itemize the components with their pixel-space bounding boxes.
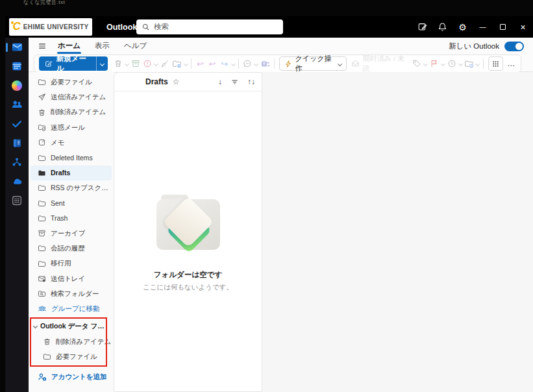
close-button[interactable]: × [513,16,533,38]
folder-item[interactable]: 検索フォルダー [29,286,114,301]
loop-chat-dropdown[interactable] [254,56,259,71]
go-to-groups-link[interactable]: グループに移動 [29,301,114,316]
folder-item[interactable]: 送信トレイ [29,271,114,286]
rail-notebook-button[interactable] [5,134,29,153]
forward-dropdown[interactable] [230,56,236,71]
apps-button[interactable] [488,56,502,71]
rail-onedrive-button[interactable] [5,172,29,191]
delete-dropdown[interactable] [124,56,129,71]
rail-mail-button[interactable] [5,38,29,57]
rail-calendar-button[interactable] [5,57,29,77]
minimize-button[interactable]: — [473,16,493,38]
folder-item[interactable]: Trash [29,211,114,226]
org-chart-icon [11,156,23,168]
sort-button[interactable]: ↑↓ [247,77,255,86]
settings-button[interactable]: ⚙ [452,16,473,38]
select-arrow-button[interactable]: ↓ [218,77,222,86]
chevron-down-icon [33,324,38,328]
move-to-button[interactable] [171,56,183,71]
quick-steps-button[interactable]: クイック操作 [279,56,347,71]
search-input[interactable]: 検索 [136,19,283,34]
rail-todo-button[interactable] [5,114,29,134]
folder-item[interactable]: 会話の履歴 [29,241,114,256]
flag-button[interactable] [428,56,440,71]
folder-icon [38,78,46,86]
read-unread-button[interactable]: 開封済み / 未読 [351,54,408,73]
folder-item-selected[interactable]: Drafts [31,165,112,180]
search-folder-icon [38,289,46,298]
folder-item[interactable]: 削除済みアイテム [29,334,114,349]
rail-people-button[interactable] [5,95,29,115]
more-options-button[interactable]: … [505,56,518,71]
new-mail-button[interactable]: 新規メール [39,56,108,71]
reply-all-button[interactable]: ↩ [206,56,219,71]
outbox-icon [38,275,46,283]
close-icon: × [520,23,525,32]
data-file-section-header[interactable]: Outlook データ ファイル [29,319,114,334]
report-dropdown[interactable] [153,56,158,71]
empty-state: フォルダーは空です ここには何もないようです。 [114,195,262,292]
trash-icon [43,337,51,346]
folder-item[interactable]: 移行用 [29,256,114,271]
rules-dropdown[interactable] [475,56,480,71]
folder-item[interactable]: アーカイブ [29,226,114,241]
rail-more-apps-button[interactable] [5,191,29,210]
tab-home[interactable]: ホーム [52,40,86,53]
categorize-dropdown[interactable] [423,56,428,71]
university-logo: C EHIME UNIVERSITY [9,18,92,36]
folder-item[interactable]: 必要ファイル [29,349,114,364]
titlebar: C EHIME UNIVERSITY Outlook 検索 ⚙ — × [5,16,533,38]
forward-icon: ↪ [221,59,228,69]
favorite-star-icon[interactable]: ☆ [173,77,180,86]
note-icon [38,138,46,147]
folder-rules-icon [464,59,474,69]
rail-org-button[interactable] [5,153,29,172]
folder-item[interactable]: Deleted Items [29,150,114,165]
loop-chat-button[interactable] [242,56,254,71]
hamburger-menu-button[interactable] [35,40,49,52]
rail-copilot-button[interactable] [5,76,29,95]
folder-item[interactable]: メモ [29,135,114,150]
forward-button[interactable]: ↪ [218,56,230,71]
folder-icon [38,199,46,208]
rules-button[interactable] [463,56,475,71]
tab-view[interactable]: 表示 [89,40,116,53]
notifications-button[interactable] [432,16,452,38]
categorize-button[interactable] [410,56,423,71]
new-outlook-toggle[interactable] [504,42,524,51]
maximize-button[interactable] [493,16,513,38]
reading-pane [262,72,533,392]
search-placeholder: 検索 [154,22,169,32]
folder-item[interactable]: Sent [29,195,114,210]
archive-button[interactable] [129,56,142,71]
snooze-button[interactable] [445,56,458,71]
add-account-button[interactable]: アカウントを追加 [29,370,114,385]
sweep-icon [160,59,169,68]
desktop-icon-label: なくな完璧音.txt [23,0,65,6]
notes-button[interactable] [412,16,432,38]
report-button[interactable] [142,56,154,71]
flag-dropdown[interactable] [440,56,445,71]
sweep-button[interactable] [159,56,171,71]
tag-icon [412,59,421,68]
new-mail-label: 新規メール [56,56,91,71]
ribbon: ホーム 表示 ヘルプ 新しい Outlook 新規メール [29,38,533,72]
folder-item[interactable]: 削除済みアイテム [29,105,114,120]
folder-item[interactable]: RSS のサブスクリプシ… [29,180,114,195]
new-outlook-label: 新しい Outlook [449,42,499,51]
snooze-dropdown[interactable] [458,56,463,71]
filter-button[interactable] [230,78,239,86]
reply-all-icon: ↩ [209,59,216,69]
folder-item[interactable]: 必要ファイル [29,75,114,90]
folder-item[interactable]: 送信済みアイテム [29,90,114,104]
reply-button[interactable]: ↩ [194,56,206,71]
filter-icon [230,78,239,86]
lightning-icon [284,60,292,68]
folder-item[interactable]: 迷惑メール [29,120,114,135]
new-mail-dropdown[interactable] [96,56,107,71]
move-to-dropdown[interactable] [183,56,188,71]
share-to-teams-button[interactable] [259,56,271,71]
delete-button[interactable] [112,56,124,71]
tab-help[interactable]: ヘルプ [118,40,153,53]
trash-icon [38,108,46,117]
